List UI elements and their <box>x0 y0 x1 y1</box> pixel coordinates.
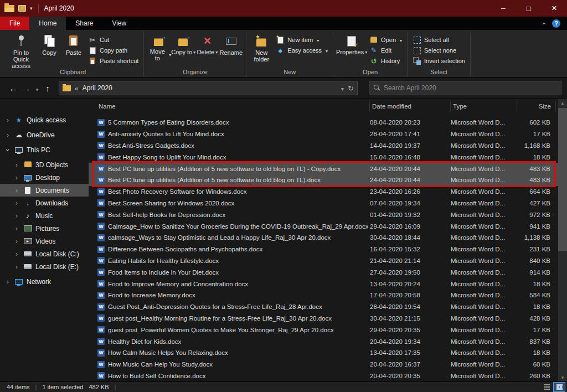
chevron-collapsed-icon[interactable] <box>13 174 20 182</box>
tab-view[interactable]: View <box>102 17 136 30</box>
sidebar-item-onedrive[interactable]: OneDrive <box>0 128 89 141</box>
pin-to-quick-access-button[interactable]: Pin to Quick access <box>5 32 37 69</box>
sidebar-item-this-pc[interactable]: This PC <box>0 143 89 156</box>
scrollbar-thumb[interactable] <box>558 108 567 251</box>
column-header-size[interactable]: Size <box>517 101 556 112</box>
chevron-collapsed-icon[interactable] <box>13 250 20 258</box>
back-button[interactable] <box>7 84 20 93</box>
file-row[interactable]: How Calm Music Helps You Relaxing.docx13… <box>89 347 558 359</box>
chevron-collapsed-icon[interactable] <box>13 199 20 207</box>
chevron-collapsed-icon[interactable] <box>13 161 20 169</box>
invert-selection-button[interactable]: Invert selection <box>410 56 467 66</box>
history-button[interactable]: History <box>367 56 404 66</box>
large-icons-view-button[interactable] <box>554 383 565 391</box>
vertical-scrollbar[interactable] <box>558 99 567 381</box>
file-row[interactable]: Guest Post_Anti-Depression Quotes for a … <box>89 301 558 313</box>
copy-path-button[interactable]: Copy path <box>86 45 141 55</box>
tab-home[interactable]: Home <box>29 17 66 30</box>
file-row[interactable]: Best Photo Recovery Software for Windows… <box>89 186 558 198</box>
collapse-ribbon-icon[interactable] <box>542 18 544 28</box>
sidebar-item-local-disk-c[interactable]: Local Disk (C:) <box>0 247 89 260</box>
details-view-button[interactable] <box>541 383 552 391</box>
sidebar-item-local-disk-e[interactable]: Local Disk (E:) <box>0 260 89 273</box>
file-row[interactable]: Best PC tune up utilities (Addition of 5… <box>89 174 558 186</box>
select-all-button[interactable]: Select all <box>410 35 467 45</box>
rename-button[interactable]: Rename <box>219 32 243 56</box>
maximize-button[interactable] <box>516 0 542 17</box>
sidebar-item-quick-access[interactable]: Quick access <box>0 114 89 126</box>
toolbar-dropdown-icon[interactable] <box>30 6 33 11</box>
chevron-collapsed-icon[interactable] <box>13 225 20 233</box>
sidebar-item-videos[interactable]: Videos <box>0 235 89 247</box>
chevron-collapsed-icon[interactable] <box>13 238 20 245</box>
file-row[interactable]: Food to Increase Memory.docx17-04-2020 2… <box>89 290 558 301</box>
delete-button[interactable]: Delete <box>195 32 219 56</box>
tab-share[interactable]: Share <box>66 17 102 30</box>
file-row[interactable]: Food to Improve Memory and Concentration… <box>89 278 558 290</box>
column-header-name[interactable]: Name <box>95 101 370 112</box>
chevron-collapsed-icon[interactable] <box>13 187 20 194</box>
select-none-button[interactable]: Select none <box>410 45 467 55</box>
chevron-expanded-icon[interactable] <box>4 146 11 154</box>
paste-shortcut-button[interactable]: Paste shortcut <box>86 56 141 66</box>
up-button[interactable] <box>41 84 54 93</box>
file-row[interactable]: calmsage_Ways to Stay Optimistic and Lea… <box>89 232 558 244</box>
column-header-type[interactable]: Type <box>451 101 517 112</box>
chevron-collapsed-icon[interactable] <box>4 278 11 286</box>
file-row[interactable]: How Music Can Help You Study.docx20-04-2… <box>89 359 558 370</box>
column-header-date-modified[interactable]: Date modified <box>370 101 451 112</box>
quick-access-toolbar-icon[interactable] <box>18 5 26 12</box>
scroll-up-icon[interactable] <box>558 99 567 107</box>
scroll-down-icon[interactable] <box>558 374 567 381</box>
sidebar-item-3d-objects[interactable]: 3D Objects <box>0 158 89 171</box>
help-icon[interactable] <box>552 19 560 28</box>
file-row[interactable]: Best Self-help Books for Depression.docx… <box>89 209 558 220</box>
cut-button[interactable]: Cut <box>86 35 141 45</box>
file-row[interactable]: Anti-anxiety Quotes to Lift You Mind.doc… <box>89 128 558 140</box>
file-row[interactable]: 5 Common Types of Eating Disorders.docx0… <box>89 117 558 128</box>
file-row[interactable]: How to Build Self Confidence.docx20-04-2… <box>89 370 558 381</box>
file-row[interactable]: guest post_Healthy Morning Routine for a… <box>89 313 558 324</box>
sidebar-item-music[interactable]: Music <box>0 209 89 222</box>
search-box[interactable] <box>369 81 561 95</box>
path-truncation-icon[interactable] <box>75 83 79 93</box>
chevron-collapsed-icon[interactable] <box>13 263 20 271</box>
sidebar-item-documents[interactable]: Documents <box>0 184 89 197</box>
chevron-collapsed-icon[interactable] <box>4 116 11 124</box>
sidebar-item-pictures[interactable]: Pictures <box>0 222 89 235</box>
sidebar-item-downloads[interactable]: Downloads <box>0 197 89 209</box>
file-row[interactable]: Best PC tune up utilities (Addition of 5… <box>89 163 558 174</box>
close-button[interactable] <box>542 0 567 17</box>
file-row[interactable]: Food Items to Include in Your Diet.docx2… <box>89 266 558 278</box>
edit-button[interactable]: Edit <box>367 45 404 55</box>
forward-button[interactable] <box>20 84 33 93</box>
address-text[interactable]: April 2020 <box>83 84 337 92</box>
new-folder-button[interactable]: New folder <box>249 32 274 63</box>
address-bar[interactable]: April 2020 <box>59 81 358 95</box>
refresh-icon[interactable] <box>348 83 354 93</box>
minimize-button[interactable] <box>491 0 516 17</box>
properties-button[interactable]: Properties <box>336 32 367 56</box>
copy-button[interactable]: Copy <box>37 32 61 56</box>
file-row[interactable]: Eating Habits for Healthy Lifestyle.docx… <box>89 255 558 267</box>
file-row[interactable]: Best Screen Sharing for Windows 2020.doc… <box>89 198 558 209</box>
sidebar-item-network[interactable]: Network <box>0 275 89 288</box>
easy-access-button[interactable]: Easy access <box>274 45 330 55</box>
file-row[interactable]: guest post_Powerful Women Quotes to Make… <box>89 324 558 336</box>
move-to-button[interactable]: Move to <box>147 32 171 61</box>
address-dropdown-icon[interactable] <box>341 83 344 93</box>
chevron-collapsed-icon[interactable] <box>13 212 20 220</box>
file-row[interactable]: Best Anti-Stress Gadgets.docx14-04-2020 … <box>89 140 558 152</box>
new-item-button[interactable]: New item <box>274 35 330 45</box>
chevron-collapsed-icon[interactable] <box>4 131 11 139</box>
file-row[interactable]: Healthy Diet for Kids.docx20-04-2020 19:… <box>89 336 558 347</box>
search-input[interactable] <box>384 84 556 92</box>
file-row[interactable]: Best Happy Song to Uplift Your Mind.docx… <box>89 151 558 163</box>
file-row[interactable]: Difference Between Sociopaths and Psycho… <box>89 244 558 255</box>
sidebar-item-desktop[interactable]: Desktop <box>0 171 89 184</box>
paste-button[interactable]: Paste <box>61 32 86 56</box>
open-button[interactable]: Open <box>367 35 404 45</box>
copy-to-button[interactable]: Copy to <box>171 32 195 56</box>
file-row[interactable]: Calmsage_How to Sanitize Your Groceries … <box>89 220 558 232</box>
recent-locations-icon[interactable] <box>33 84 41 93</box>
